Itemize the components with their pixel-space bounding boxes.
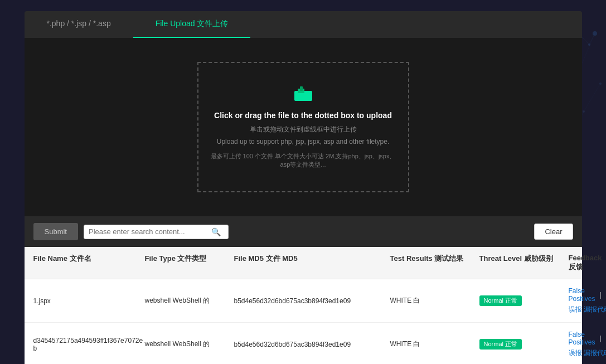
feedback-2: False Positives | False Negative | Code … — [569, 331, 607, 358]
col-header-threatlevel: Threat Level 威胁级别 — [479, 254, 569, 272]
tab-php[interactable]: *.php / *.jsp / *.asp — [25, 11, 133, 38]
threat-level-1: Normal 正常 — [479, 295, 569, 306]
feedback-report-1: 误报 漏报代码详细信息 — [569, 305, 607, 314]
upload-section: Click or drag the file to the dotted box… — [25, 38, 582, 216]
threat-badge-1: Normal 正常 — [479, 295, 522, 306]
upload-subtitle-en: Upload up to support php, jsp, jspx, asp… — [210, 137, 397, 147]
bottom-bar: Submit 🔍 Clear — [25, 216, 582, 247]
feedback-report-2: 误报 漏报代码详细信息 — [569, 348, 607, 358]
file-type-2: webshell WebShell 的 — [145, 339, 234, 349]
file-name-2: d3454572175a494593ff1f367e7072eb — [33, 337, 145, 352]
report-link-1[interactable]: 误报 漏报代码详细信息 — [569, 305, 607, 313]
svg-point-4 — [593, 31, 597, 36]
search-input[interactable] — [89, 227, 211, 236]
table-row: 1.jspx webshell WebShell 的 b5d4e56d32d6b… — [25, 279, 582, 323]
threat-badge-2: Normal 正常 — [479, 339, 522, 350]
upload-dropzone[interactable]: Click or drag the file to the dotted box… — [197, 62, 409, 192]
tab-upload[interactable]: File Upload 文件上传 — [133, 11, 251, 38]
file-type-1: webshell WebShell 的 — [145, 296, 234, 305]
file-md5-1: b5d4e56d32d6bd675ac3b894f3ed1e09 — [234, 297, 390, 305]
file-md5-2: b5d4e56d32d6bd675ac3b894f3ed1e09 — [234, 341, 390, 348]
main-container: *.php / *.jsp / *.asp File Upload 文件上传 C… — [25, 0, 582, 364]
col-header-filename: File Name 文件名 — [33, 254, 145, 272]
submit-button[interactable]: Submit — [33, 223, 78, 240]
clear-button[interactable]: Clear — [534, 224, 573, 240]
svg-line-10 — [589, 33, 595, 45]
file-name-1: 1.jspx — [33, 297, 145, 305]
upload-icon — [210, 85, 397, 104]
col-header-testresult: Test Results 测试结果 — [390, 254, 479, 272]
upload-title: Click or drag the file to the dotted box… — [210, 111, 397, 120]
report-link-2[interactable]: 误报 漏报代码详细信息 — [569, 349, 607, 357]
threat-level-2: Normal 正常 — [479, 339, 569, 350]
false-positive-link-1[interactable]: False Positives — [569, 287, 595, 303]
feedback-top-1: False Positives | False Negative | Code … — [569, 287, 607, 303]
upload-subtitle-cn: 单击或拖动文件到虚线框中进行上传 — [210, 124, 397, 134]
table-row: d3454572175a494593ff1f367e7072eb webshel… — [25, 323, 582, 364]
col-header-filetype: File Type 文件类型 — [145, 254, 234, 272]
svg-point-1 — [588, 43, 590, 46]
results-section: File Name 文件名 File Type 文件类型 File MD5 文件… — [25, 247, 582, 364]
search-icon[interactable]: 🔍 — [211, 227, 221, 236]
feedback-top-2: False Positives | False Negative | Code … — [569, 331, 607, 346]
svg-point-7 — [583, 110, 585, 113]
false-positive-link-2[interactable]: False Positives — [569, 331, 595, 346]
table-header: File Name 文件名 File Type 文件类型 File MD5 文件… — [25, 247, 582, 279]
col-header-feedback: Feedback 反馈 — [569, 254, 602, 272]
upload-hint: 最多可上传 100 个文件,单个文件大小可达 2M,支持php、jsp、jspx… — [210, 152, 397, 169]
tab-bar: *.php / *.jsp / *.asp File Upload 文件上传 — [25, 11, 582, 38]
svg-point-16 — [599, 82, 602, 85]
svg-line-18 — [584, 84, 600, 111]
test-result-1: WHITE 白 — [390, 296, 479, 305]
svg-rect-22 — [300, 86, 303, 91]
test-result-2: WHITE 白 — [390, 339, 479, 349]
col-header-md5: File MD5 文件 MD5 — [234, 254, 390, 272]
feedback-1: False Positives | False Negative | Code … — [569, 287, 607, 314]
search-wrapper: 🔍 — [84, 225, 229, 239]
